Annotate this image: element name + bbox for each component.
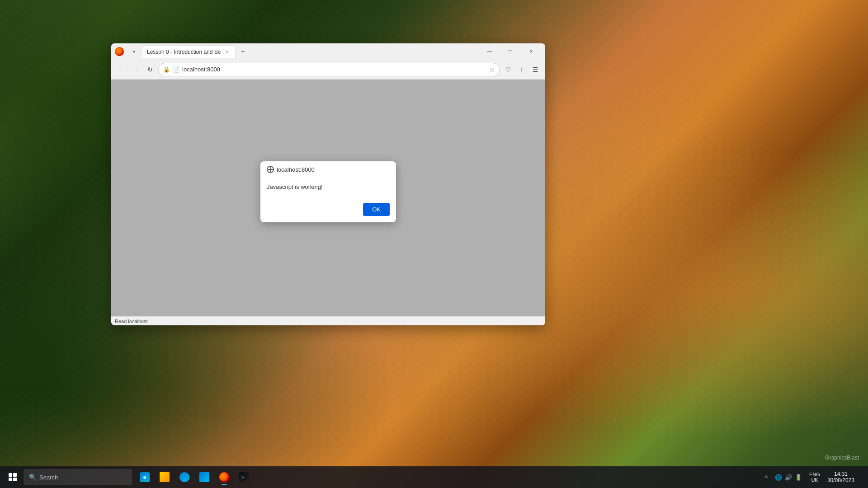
network-icon[interactable]: 🌐 (775, 474, 782, 481)
active-tab[interactable]: Lesson 0 - Introduction and Se × (142, 45, 236, 58)
taskbar-edge-button[interactable]: e (136, 468, 154, 486)
status-text: Read localhost (115, 319, 148, 324)
tab-bar: Lesson 0 - Introduction and Se × + (142, 45, 477, 58)
files-icon (160, 472, 170, 482)
region-text: UK (811, 477, 818, 483)
new-tab-button[interactable]: + (236, 45, 249, 58)
language-indicator[interactable]: ENG UK (809, 472, 820, 483)
language-text: ENG (809, 472, 820, 477)
alert-footer: OK (260, 199, 396, 222)
pocket-button[interactable]: ♡ (502, 63, 514, 76)
firefox-taskbar-icon (219, 472, 229, 482)
forward-button[interactable]: → (129, 63, 142, 76)
taskbar-terminal-button[interactable]: >_ (235, 468, 253, 486)
clock[interactable]: 14:31 30/08/2023 (824, 471, 858, 483)
back-button[interactable]: ← (115, 63, 127, 76)
toolbar-right: ♡ ↑ ☰ (502, 63, 542, 76)
minimize-button[interactable]: — (479, 43, 500, 60)
tab-close-button[interactable]: × (223, 48, 231, 56)
clock-time: 14:31 (834, 471, 848, 477)
tab-dropdown-button[interactable]: ▾ (127, 45, 140, 58)
share-button[interactable]: ↑ (515, 63, 528, 76)
window-controls: — □ × (479, 43, 542, 60)
show-desktop-button[interactable] (862, 468, 864, 486)
alert-message: Javascript is working! (267, 183, 323, 190)
alert-dialog: localhost:8000 Javascript is working! OK (260, 161, 396, 222)
taskbar-ie-button[interactable] (175, 468, 193, 486)
store-icon (199, 472, 209, 482)
status-bar: Read localhost (111, 316, 545, 325)
volume-icon[interactable]: 🔊 (785, 474, 792, 481)
start-button[interactable] (4, 468, 22, 486)
alert-header: localhost:8000 (260, 161, 396, 177)
battery-icon[interactable]: 🔋 (795, 474, 802, 481)
ok-button[interactable]: OK (363, 203, 390, 216)
edge-icon: e (140, 472, 150, 482)
browser-window: ▾ Lesson 0 - Introduction and Se × + — □… (111, 43, 545, 325)
navigation-toolbar: ← → ↻ 🔒 📄 localhost:8000 ☆ ♡ ↑ ☰ (111, 60, 545, 80)
page-icon: 📄 (173, 66, 179, 73)
tab-title: Lesson 0 - Introduction and Se (147, 49, 221, 55)
watermark: GraphicsBlast (825, 455, 859, 461)
lock-icon: 🔒 (163, 66, 170, 73)
windows-logo-icon (9, 473, 17, 481)
system-tray: 🌐 🔊 🔋 (771, 474, 806, 481)
reload-button[interactable]: ↻ (144, 63, 156, 76)
browser-content: localhost:8000 Javascript is working! OK (111, 80, 545, 316)
menu-button[interactable]: ☰ (529, 63, 542, 76)
taskbar-firefox-button[interactable] (215, 468, 233, 486)
taskbar: 🔍 Search e >_ (0, 466, 868, 488)
firefox-logo-icon (115, 47, 124, 56)
search-icon: 🔍 (29, 474, 37, 481)
taskbar-apps: e >_ (136, 468, 253, 486)
taskbar-search[interactable]: 🔍 Search (24, 469, 132, 485)
address-bar[interactable]: 🔒 📄 localhost:8000 ☆ (158, 63, 500, 76)
terminal-icon: >_ (239, 472, 249, 482)
maximize-button[interactable]: □ (500, 43, 521, 60)
taskbar-files-button[interactable] (156, 468, 174, 486)
alert-body: Javascript is working! (260, 177, 396, 199)
title-bar: ▾ Lesson 0 - Introduction and Se × + — □… (111, 43, 545, 60)
tray-chevron-button[interactable]: ^ (765, 474, 768, 481)
alert-origin: localhost:8000 (277, 166, 315, 173)
taskbar-right: ^ 🌐 🔊 🔋 ENG UK 14:31 30/08/2023 (765, 468, 864, 486)
ie-icon (179, 472, 189, 482)
close-button[interactable]: × (521, 43, 542, 60)
address-text: localhost:8000 (182, 66, 486, 73)
clock-date: 30/08/2023 (827, 477, 854, 483)
taskbar-store-button[interactable] (195, 468, 213, 486)
search-label: Search (39, 474, 58, 481)
bookmark-star-icon[interactable]: ☆ (489, 66, 495, 73)
globe-icon (267, 166, 274, 173)
